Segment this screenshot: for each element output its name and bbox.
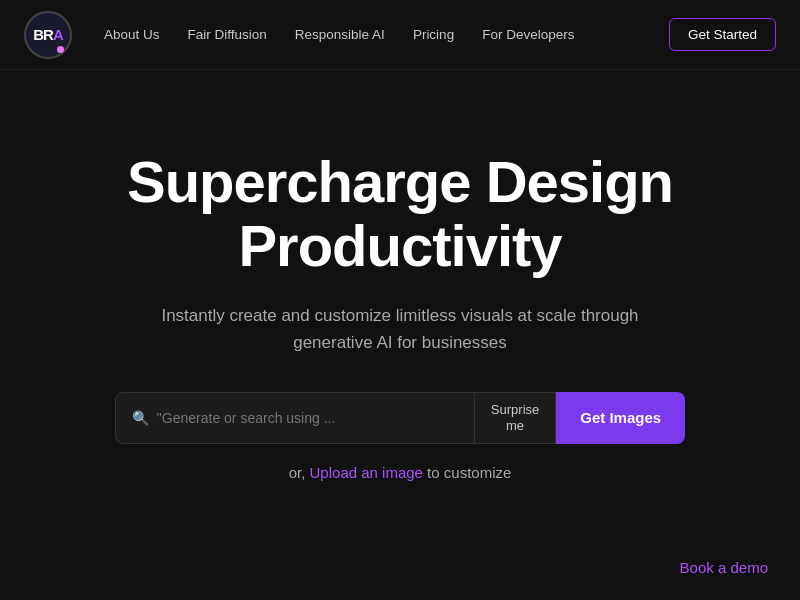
navbar: BRA About Us Fair Diffusion Responsible … (0, 0, 800, 70)
hero-title-line1: Supercharge Design (127, 149, 673, 214)
logo-a-text: A (53, 26, 63, 43)
get-started-button[interactable]: Get Started (669, 18, 776, 51)
nav-for-developers[interactable]: For Developers (482, 27, 574, 42)
logo-circle: BRA (24, 11, 72, 59)
nav-pricing[interactable]: Pricing (413, 27, 454, 42)
search-box: 🔍 (115, 392, 475, 444)
hero-section: Supercharge Design Productivity Instantl… (0, 70, 800, 481)
nav-responsible-ai[interactable]: Responsible AI (295, 27, 385, 42)
logo-br-text: BR (33, 26, 53, 43)
hero-title: Supercharge Design Productivity (127, 150, 673, 278)
surprise-line2: me (506, 418, 524, 433)
upload-link[interactable]: Upload an image (310, 464, 423, 481)
nav-links: About Us Fair Diffusion Responsible AI P… (104, 27, 669, 42)
get-images-button[interactable]: Get Images (556, 392, 685, 444)
upload-line: or, Upload an image to customize (289, 464, 512, 481)
logo[interactable]: BRA (24, 11, 72, 59)
book-demo-button[interactable]: Book a demo (680, 559, 768, 576)
upload-prefix: or, (289, 464, 310, 481)
hero-title-line2: Productivity (238, 213, 561, 278)
upload-suffix: to customize (423, 464, 511, 481)
nav-about[interactable]: About Us (104, 27, 160, 42)
search-input[interactable] (157, 410, 458, 426)
logo-dot-icon (57, 46, 64, 53)
nav-fair-diffusion[interactable]: Fair Diffusion (188, 27, 267, 42)
surprise-line1: Surprise (491, 402, 539, 417)
hero-subtitle: Instantly create and customize limitless… (160, 302, 640, 356)
surprise-me-button[interactable]: Surprise me (475, 392, 556, 444)
search-row: 🔍 Surprise me Get Images (115, 392, 685, 444)
search-icon: 🔍 (132, 410, 149, 426)
